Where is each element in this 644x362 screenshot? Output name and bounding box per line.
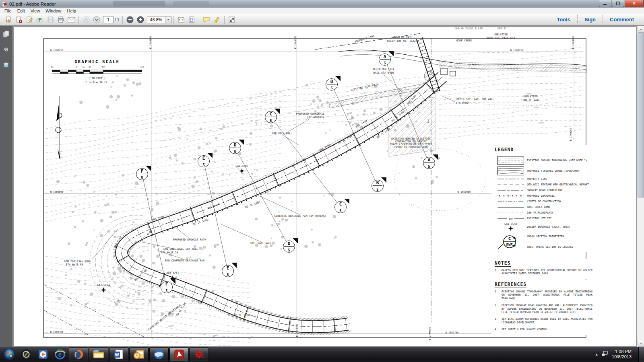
highlight-pen-button[interactable] <box>212 15 222 25</box>
document-workspace: GRAPHIC SCALE 300153060150 ( IN FEET ) 1… <box>0 26 644 347</box>
close-button[interactable]: ✕ <box>625 0 644 7</box>
legend-label: SHEET WHERE SECTION IS LOCATED <box>527 245 573 249</box>
section-divider <box>223 271 233 271</box>
taskbar-googleearth-button[interactable] <box>149 348 169 361</box>
sign-doc-button[interactable] <box>24 15 35 25</box>
email-button[interactable] <box>66 15 76 25</box>
background-window-blur <box>173 1 209 6</box>
legend-symbol-swatch-existing <box>495 156 527 165</box>
toolbar-separator <box>122 16 123 24</box>
layers-icon[interactable] <box>2 61 10 68</box>
fullscreen-button[interactable] <box>227 15 237 25</box>
vertical-scrollbar[interactable]: ▲ ▼ <box>637 26 644 347</box>
note-text: MAPPED GEOLOGIC FEATURES PER GEOTECHNICA… <box>502 269 592 276</box>
drawing-label: 8140 <box>533 106 539 109</box>
note-number: 4. <box>495 328 499 331</box>
drawing-label: STA 6+16.16 <box>161 251 178 254</box>
section-letter: E <box>222 265 234 271</box>
legend: LEGEND EXISTING GROUND TOPOGRAPHY (SEE N… <box>495 145 594 252</box>
drawing-label: E 2749250 <box>572 36 574 49</box>
drawing-label: 8150 <box>538 121 543 124</box>
taskbar-wmp-button[interactable] <box>35 348 51 361</box>
scroll-up-icon[interactable]: ▲ <box>638 26 644 33</box>
maximize-button[interactable] <box>612 0 624 7</box>
drawing-label: UNPLATTED <box>493 33 508 36</box>
legend-symbol-line-creek <box>495 206 527 209</box>
document-area[interactable]: GRAPHIC SCALE 300153060150 ( IN FEET ) 1… <box>12 26 637 347</box>
drawing-label: 8220 <box>114 299 120 303</box>
taskbar-adobereader-button[interactable] <box>169 348 189 361</box>
section-marker: E5 <box>222 265 234 277</box>
menu-item-view[interactable]: View <box>28 8 43 13</box>
taskbar-hp-button[interactable] <box>18 348 34 361</box>
title-bar[interactable]: 02.pdf - Adobe Reader ✕ <box>0 0 644 8</box>
drawing-label: MSE 6+00 <box>114 236 122 248</box>
pdf-app-icon <box>2 1 7 6</box>
legend-symbol-line-floodplain <box>495 211 527 214</box>
create-pdf-button[interactable] <box>14 15 24 25</box>
attachments-icon[interactable] <box>2 46 10 53</box>
drawing-label: N 1660000 <box>458 190 471 193</box>
taskbar-explorer-button[interactable] <box>89 348 108 361</box>
comment-bubble-button[interactable] <box>201 15 212 25</box>
toolbar-right-buttons: ToolsSignComment <box>550 14 641 25</box>
open-button[interactable] <box>3 15 14 25</box>
taskbar-cad-button[interactable]: C <box>190 348 209 361</box>
comment-button[interactable]: Comment <box>603 15 641 24</box>
page-up-button[interactable] <box>81 15 91 25</box>
taskbar-start-button[interactable] <box>1 348 17 361</box>
legend-item: GORE CREEK BANK <box>495 204 594 210</box>
cloud-upload-button[interactable] <box>35 15 45 25</box>
section-letter: B <box>372 180 384 185</box>
zoom-level-select[interactable]: 46.8%▼ <box>147 16 171 23</box>
menu-item-help[interactable]: Help <box>64 8 79 13</box>
fit-page-button[interactable] <box>186 15 197 25</box>
tray-clock[interactable]: 1:08 PM 10/8/2013 <box>612 349 635 360</box>
scroll-down-icon[interactable]: ▼ <box>638 340 644 347</box>
taskbar-word-button[interactable]: W <box>109 348 128 361</box>
page-count-label: / 1 <box>115 17 120 22</box>
minimize-button[interactable] <box>599 0 611 7</box>
drawing-label: MSE 4+00 <box>207 203 220 210</box>
page-number-input[interactable]: 1 <box>103 16 114 23</box>
taskbar-firefox-button[interactable] <box>69 348 88 361</box>
section-marker: E5 <box>198 155 210 167</box>
page-down-button[interactable] <box>91 15 102 25</box>
section-letter: A <box>423 157 435 162</box>
tools-button[interactable]: Tools <box>550 15 577 24</box>
section-divider <box>162 287 171 287</box>
menu-item-file[interactable]: File <box>2 8 14 13</box>
legend-item: PROPERTY LINE <box>495 176 594 182</box>
show-desktop-button[interactable] <box>638 347 644 362</box>
legend-label: SNOWCAT ROAD CENTERLINE <box>527 189 563 192</box>
drawing-label: SOIL NAIL WALL <box>250 242 272 245</box>
drawing-label: 100-YR FLOOD PLAIN <box>454 27 483 30</box>
show-hidden-icons-icon[interactable]: ▲ <box>595 353 598 356</box>
drawing-label: STA 6+10.85 <box>66 263 83 266</box>
save-button[interactable] <box>45 15 56 25</box>
section-sheet-number: 5 <box>198 163 210 167</box>
taskbar-outlook-button[interactable] <box>129 348 149 361</box>
drawing-label: WALL STA 0+00 <box>374 71 394 74</box>
references-title: REFERENCES <box>495 282 526 288</box>
legend-label: PROPOSED FINISHED GRADE TOPOGRAPHY <box>527 169 580 173</box>
drawing-label: N 1659750 <box>50 330 64 333</box>
menu-item-window[interactable]: Window <box>43 8 64 13</box>
drawing-label: 8200 <box>214 243 219 247</box>
drawing-label: 8250 <box>248 335 254 339</box>
section-divider <box>284 246 294 247</box>
fit-width-button[interactable] <box>176 15 186 25</box>
pdf-page: GRAPHIC SCALE 300153060150 ( IN FEET ) 1… <box>13 27 637 347</box>
menu-item-edit[interactable]: Edit <box>14 8 28 13</box>
zoom-out-button[interactable] <box>125 15 135 25</box>
page-thumbnails-icon[interactable] <box>2 31 10 38</box>
legend-label: GEOLOGIC FEATURE PER GEOTECHNICAL REPORT <box>527 183 589 186</box>
network-icon[interactable] <box>602 351 608 358</box>
chevron-down-icon[interactable]: ▼ <box>165 16 171 23</box>
legend-label: EXISTING GROUND TOPOGRAPHY (SEE NOTE 1) <box>527 159 587 162</box>
zoom-in-button[interactable] <box>135 15 146 25</box>
sign-button[interactable]: Sign <box>577 15 603 24</box>
taskbar-ie-button[interactable]: e <box>52 348 68 361</box>
scrollbar-thumb[interactable] <box>638 33 644 197</box>
print-button[interactable] <box>56 15 66 25</box>
